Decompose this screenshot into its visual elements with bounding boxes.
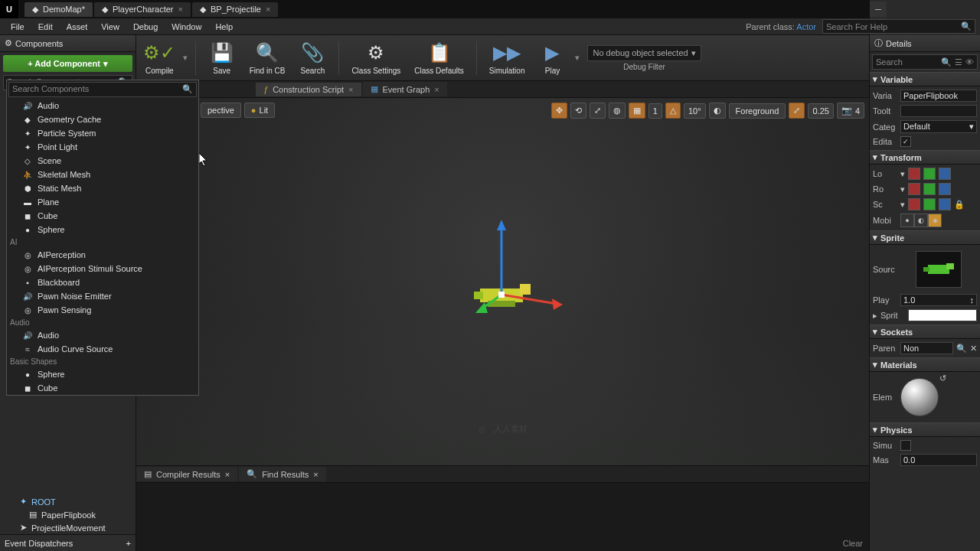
tab-find-results[interactable]: 🔍 Find Results ×	[239, 467, 326, 481]
mobility-movable[interactable]: ◈	[928, 214, 942, 227]
chevron-down-icon[interactable]: ▾	[900, 200, 905, 210]
play-rate-input[interactable]: 1.0↕	[900, 294, 977, 306]
find-in-cb-button[interactable]: 🔍 Find in CB	[245, 39, 290, 77]
dropdown-item[interactable]: ◎Pawn Sensing	[7, 303, 198, 317]
spinner-icon[interactable]: ↕	[970, 295, 975, 305]
tree-item-root[interactable]: ✦ ROOT	[3, 495, 136, 508]
category-transform[interactable]: ▾Transform	[870, 150, 980, 165]
class-settings-button[interactable]: ⚙ Class Settings	[347, 39, 405, 77]
grid-snap-value[interactable]: 1	[648, 103, 662, 119]
menu-edit[interactable]: Edit	[32, 21, 59, 33]
foreground-button[interactable]: Foreground	[729, 103, 786, 119]
dropdown-item[interactable]: ●Sphere	[7, 367, 198, 381]
dropdown-item[interactable]: 🔊Audio	[7, 328, 198, 342]
dropdown-item[interactable]: ⬢Static Mesh	[7, 181, 198, 195]
menu-file[interactable]: File	[5, 21, 31, 33]
simulation-button[interactable]: ▶▶ Simulation	[485, 39, 530, 77]
chevron-down-icon[interactable]: ▾	[183, 53, 188, 63]
tab-compiler-results[interactable]: ▤ Compiler Results ×	[136, 467, 237, 481]
menu-asset[interactable]: Asset	[60, 21, 94, 33]
clear-icon[interactable]: ✕	[970, 344, 977, 354]
dropdown-item[interactable]: ◇Scene	[7, 154, 198, 168]
camera-speed-button[interactable]: 📷 4	[837, 103, 864, 119]
dropdown-item[interactable]: ◎AIPerception Stimuli Source	[7, 262, 198, 276]
add-component-button[interactable]: + Add Component▾	[3, 55, 132, 72]
material-thumbnail[interactable]	[900, 378, 939, 416]
chevron-down-icon[interactable]: ▾	[900, 184, 905, 194]
loc-x-input[interactable]	[908, 168, 920, 180]
viewport-perspective-button[interactable]: pective	[201, 103, 241, 118]
editable-checkbox[interactable]: ✓	[900, 136, 911, 147]
grid-snap-button[interactable]: ▦	[629, 103, 645, 119]
scale-y-input[interactable]	[923, 198, 936, 210]
tree-item-projectilemovement[interactable]: ➤ ProjectileMovement	[3, 521, 136, 534]
details-header[interactable]: ⓘ Details	[870, 35, 980, 52]
document-tab-playercharacter[interactable]: ◆ PlayerCharacter ×	[94, 2, 191, 17]
dropdown-item[interactable]: 🔊Audio	[7, 99, 198, 112]
tree-item-flipbook[interactable]: ▤ PaperFlipbook	[3, 508, 136, 521]
category-sockets[interactable]: ▾Sockets	[870, 324, 980, 339]
viewport-lit-button[interactable]: ●Lit	[244, 103, 275, 118]
search-icon[interactable]: 🔍	[956, 344, 967, 354]
add-icon[interactable]: +	[126, 539, 131, 548]
dropdown-item[interactable]: ◎AIPerception	[7, 248, 198, 262]
tooltip-input[interactable]	[900, 105, 977, 117]
play-button[interactable]: ▶ Play	[534, 39, 570, 77]
category-physics[interactable]: ▾Physics	[870, 422, 980, 437]
translate-mode-button[interactable]: ✥	[551, 103, 567, 119]
reset-icon[interactable]: ↺	[939, 373, 946, 383]
tab-event-graph[interactable]: ▦ Event Graph ×	[363, 82, 447, 96]
scale-mode-button[interactable]: ⤢	[590, 103, 606, 119]
lock-icon[interactable]: 🔒	[954, 200, 965, 210]
document-tab-projectile[interactable]: ◆ BP_Projectile ×	[192, 2, 278, 17]
coord-space-button[interactable]: ◍	[609, 103, 626, 119]
category-select[interactable]: Default▾	[900, 120, 977, 133]
dropdown-item[interactable]: ✦Point Light	[7, 140, 198, 154]
parent-class-link[interactable]: Actor	[796, 22, 816, 31]
dropdown-item[interactable]: ▪Blackboard	[7, 276, 198, 289]
dropdown-item[interactable]: ⛹Skeletal Mesh	[7, 168, 198, 181]
menu-window[interactable]: Window	[165, 21, 207, 33]
menu-view[interactable]: View	[95, 21, 126, 33]
class-defaults-button[interactable]: 📋 Class Defaults	[410, 39, 468, 77]
scale-snap-button[interactable]: ◐	[709, 103, 726, 119]
close-icon[interactable]: ×	[348, 85, 353, 94]
details-search-input[interactable]: Search 🔍 ☰ 👁	[872, 54, 978, 70]
close-icon[interactable]: ×	[266, 5, 270, 14]
mass-input[interactable]: 0.0	[900, 454, 977, 466]
simulate-checkbox[interactable]	[900, 440, 911, 451]
help-search-input[interactable]: Search For Help 🔍	[822, 19, 975, 34]
mobility-segmented[interactable]: ● ◐ ◈	[900, 214, 942, 227]
event-dispatchers-header[interactable]: Event Dispatchers +	[0, 534, 136, 551]
tab-construction-script[interactable]: ƒ Construction Script ×	[256, 83, 361, 96]
category-materials[interactable]: ▾Materials	[870, 357, 980, 372]
loc-y-input[interactable]	[923, 168, 936, 180]
eye-icon[interactable]: 👁	[965, 57, 974, 67]
parent-socket-input[interactable]: Non	[900, 342, 953, 354]
dropdown-item[interactable]: ≈Audio Curve Source	[7, 342, 198, 356]
dropdown-item[interactable]: ●Sphere	[7, 223, 198, 236]
close-icon[interactable]: ×	[313, 470, 318, 479]
minimize-button[interactable]: ─	[870, 2, 887, 17]
dropdown-item[interactable]: 🔊Pawn Noise Emitter	[7, 289, 198, 303]
components-header[interactable]: ⚙ Components	[0, 35, 136, 52]
save-button[interactable]: 💾 Save	[204, 39, 240, 77]
disclosure-icon[interactable]: ▸	[873, 311, 877, 321]
rot-z-input[interactable]	[939, 183, 951, 195]
compile-button[interactable]: ⚙✓ Compile	[141, 39, 178, 77]
rotate-mode-button[interactable]: ⟲	[570, 103, 586, 119]
rot-x-input[interactable]	[908, 183, 920, 195]
close-icon[interactable]: ×	[434, 85, 439, 94]
dropdown-search-input[interactable]: Search Components 🔍	[8, 82, 197, 97]
mobility-stationary[interactable]: ◐	[914, 214, 928, 227]
menu-help[interactable]: Help	[209, 21, 239, 33]
chevron-down-icon[interactable]: ▾	[900, 169, 905, 179]
mobility-static[interactable]: ●	[900, 214, 914, 227]
filter-icon[interactable]: ☰	[955, 57, 962, 67]
sprite-thumbnail[interactable]	[916, 251, 962, 288]
dropdown-item[interactable]: ◼Cube	[7, 381, 198, 395]
category-variable[interactable]: ▾Variable	[870, 72, 980, 86]
dropdown-item[interactable]: ◼Cube	[7, 209, 198, 223]
document-tab-demomap[interactable]: ◆ DemoMap*	[24, 2, 93, 17]
translation-gizmo[interactable]	[442, 212, 564, 351]
